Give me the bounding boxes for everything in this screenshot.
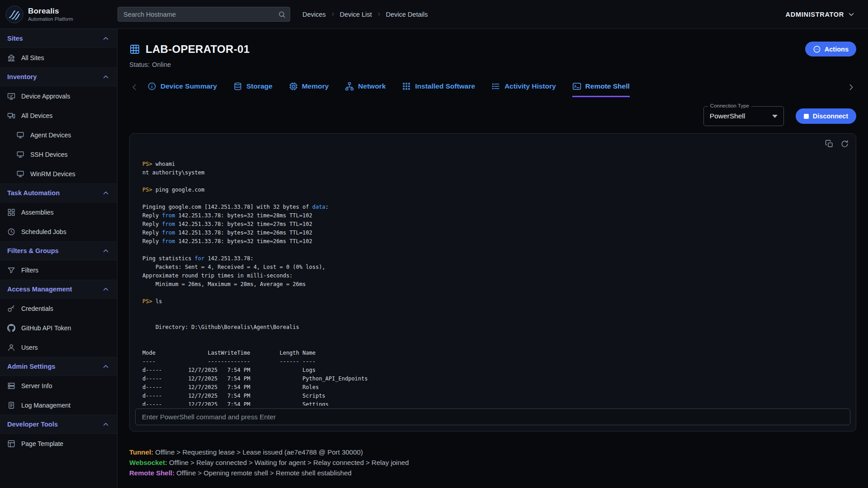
user-menu[interactable]: ADMINISTRATOR bbox=[786, 10, 855, 19]
user-icon bbox=[7, 343, 15, 352]
sidebar-item-page-template[interactable]: Page Template bbox=[0, 434, 117, 453]
stop-icon bbox=[804, 114, 809, 119]
chevron-left-icon bbox=[129, 82, 139, 92]
log-icon bbox=[7, 401, 15, 409]
terminal-output[interactable]: PS> whoamint authority\system PS> ping g… bbox=[130, 134, 856, 406]
breadcrumb-item-device-list[interactable]: Device List bbox=[340, 11, 372, 18]
tab-device-summary[interactable]: Device Summary bbox=[147, 82, 217, 97]
terminal-line: d----- 12/7/2025 7:54 PM Settings bbox=[142, 400, 843, 406]
search-icon bbox=[278, 10, 286, 18]
tab-label: Remote Shell bbox=[585, 82, 630, 90]
sidebar-section-access-management[interactable]: Access Management bbox=[0, 280, 117, 299]
page-title: LAB-OPERATOR-01 bbox=[146, 43, 250, 56]
refresh-button[interactable] bbox=[840, 140, 849, 148]
ellipsis-circle-icon bbox=[813, 45, 821, 53]
chevron-up-icon bbox=[102, 73, 110, 81]
tab-activity-history[interactable]: Activity History bbox=[491, 82, 556, 97]
connection-type-select[interactable]: Connection Type PowerShell bbox=[703, 106, 784, 126]
sidebar-section-label: Inventory bbox=[7, 73, 37, 80]
server-icon bbox=[7, 382, 15, 390]
sidebar-item-filters[interactable]: Filters bbox=[0, 260, 117, 280]
search-input[interactable] bbox=[118, 7, 290, 22]
tab-storage[interactable]: Storage bbox=[233, 82, 273, 97]
sidebar-item-github-api-token[interactable]: GitHub API Token bbox=[0, 318, 117, 338]
tab-installed-software[interactable]: Installed Software bbox=[402, 82, 475, 97]
sidebar-section-task-automation[interactable]: Task Automation bbox=[0, 183, 117, 202]
sidebar-section-developer-tools[interactable]: Developer Tools bbox=[0, 415, 117, 434]
status-line-label: Tunnel: bbox=[129, 448, 153, 456]
sidebar-item-scheduled-jobs[interactable]: Scheduled Jobs bbox=[0, 222, 117, 241]
sidebar-item-log-management[interactable]: Log Management bbox=[0, 395, 117, 415]
terminal-line bbox=[142, 332, 843, 340]
terminal-line: Packets: Sent = 4, Received = 4, Lost = … bbox=[142, 263, 843, 272]
brand-name: Borealis bbox=[28, 7, 73, 16]
brand-text: Borealis Automation Platform bbox=[28, 7, 73, 22]
actions-icon bbox=[813, 45, 821, 53]
device-approvals-icon bbox=[7, 92, 15, 100]
chevron-up-icon bbox=[102, 247, 110, 255]
chevron-right-icon bbox=[330, 11, 336, 17]
shell-command-input[interactable] bbox=[135, 408, 850, 425]
sidebar-item-credentials[interactable]: Credentials bbox=[0, 299, 117, 318]
status-line-remote-shell: Remote Shell: Offline > Opening remote s… bbox=[129, 468, 856, 478]
sidebar-item-agent-devices[interactable]: Agent Devices bbox=[0, 125, 117, 145]
tabs-scroll-left-button[interactable] bbox=[129, 82, 139, 97]
sidebar-item-label: WinRM Devices bbox=[30, 170, 75, 178]
chevron-up-icon bbox=[102, 285, 110, 293]
sidebar-section-filters-groups[interactable]: Filters & Groups bbox=[0, 241, 117, 260]
terminal-line: PS> ls bbox=[142, 297, 843, 306]
sidebar-item-winrm-devices[interactable]: WinRM Devices bbox=[0, 164, 117, 183]
sidebar-item-all-devices[interactable]: All Devices bbox=[0, 106, 117, 125]
tab-network[interactable]: Network bbox=[345, 82, 386, 97]
chevron-up-icon bbox=[102, 34, 110, 42]
sidebar-section-inventory[interactable]: Inventory bbox=[0, 67, 117, 86]
terminal-line: Reply from 142.251.33.78: bytes=32 time=… bbox=[142, 211, 843, 220]
sidebar-item-all-sites[interactable]: All Sites bbox=[0, 48, 117, 67]
breadcrumb-item-devices[interactable]: Devices bbox=[302, 11, 326, 18]
connection-row: Connection Type PowerShell Disconnect bbox=[129, 106, 856, 126]
terminal-line bbox=[142, 314, 843, 323]
sidebar-item-label: Users bbox=[21, 344, 38, 351]
sidebar-item-label: Server Info bbox=[21, 382, 52, 389]
tab-remote-shell[interactable]: Remote Shell bbox=[572, 82, 630, 97]
actions-button[interactable]: Actions bbox=[805, 42, 856, 56]
disconnect-button[interactable]: Disconnect bbox=[796, 108, 856, 124]
terminal-line: PS> ping google.com bbox=[142, 186, 843, 194]
status-line-text: Offline > Requesting lease > Lease issue… bbox=[153, 448, 363, 456]
copy-button[interactable] bbox=[825, 140, 834, 148]
sidebar-item-device-approvals[interactable]: Device Approvals bbox=[0, 86, 117, 106]
terminal-panel: PS> whoamint authority\system PS> ping g… bbox=[129, 133, 856, 432]
sidebar-item-users[interactable]: Users bbox=[0, 338, 117, 357]
sidebar-section-sites[interactable]: Sites bbox=[0, 29, 117, 48]
breadcrumb: DevicesDevice ListDevice Details bbox=[302, 11, 428, 18]
dropdown-caret-icon bbox=[772, 115, 778, 118]
device-icon bbox=[129, 44, 140, 55]
status-line-label: Websocket: bbox=[129, 459, 167, 466]
tabs-scroll-right-button[interactable] bbox=[846, 82, 856, 97]
search-box bbox=[118, 7, 290, 22]
apps-icon bbox=[402, 82, 411, 91]
sidebar-item-assemblies[interactable]: Assemblies bbox=[0, 202, 117, 222]
key-icon bbox=[7, 305, 15, 313]
terminal-line: Directory: D:\Github\Borealis\Agent\Bore… bbox=[142, 323, 843, 332]
sidebar-item-ssh-devices[interactable]: SSH Devices bbox=[0, 145, 117, 164]
sidebar-item-server-info[interactable]: Server Info bbox=[0, 376, 117, 395]
breadcrumb-item-device-details[interactable]: Device Details bbox=[386, 11, 428, 18]
history-icon bbox=[491, 82, 500, 91]
terminal-line: Mode LastWriteTime Length Name bbox=[142, 349, 843, 357]
sidebar-item-label: Filters bbox=[21, 267, 38, 274]
status-lines: Tunnel: Offline > Requesting lease > Lea… bbox=[129, 447, 856, 478]
chevron-up-icon bbox=[102, 420, 110, 428]
sidebar-item-label: Assemblies bbox=[21, 209, 54, 216]
tab-label: Activity History bbox=[505, 82, 556, 90]
sidebar-item-label: Credentials bbox=[21, 305, 53, 312]
template-icon bbox=[7, 440, 15, 448]
sidebar-section-admin-settings[interactable]: Admin Settings bbox=[0, 357, 117, 376]
terminal-line: Reply from 142.251.33.78: bytes=32 time=… bbox=[142, 220, 843, 229]
terminal-line: nt authority\system bbox=[142, 169, 843, 177]
tab-memory[interactable]: Memory bbox=[289, 82, 329, 97]
sidebar-item-label: Page Template bbox=[21, 440, 63, 447]
brand-subtitle: Automation Platform bbox=[28, 16, 73, 22]
tab-label: Device Summary bbox=[160, 82, 217, 90]
chevron-right-icon bbox=[376, 11, 382, 17]
